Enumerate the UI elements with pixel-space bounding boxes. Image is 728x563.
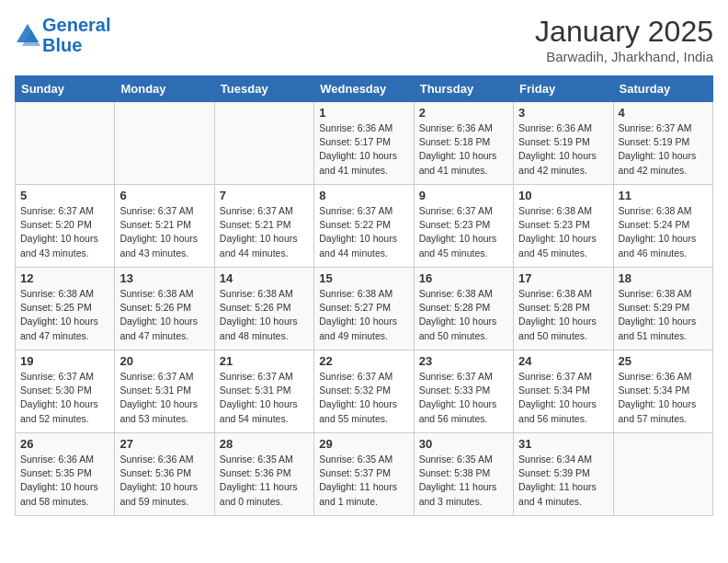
- day-header-friday: Friday: [514, 76, 613, 102]
- week-row-2: 5Sunrise: 6:37 AM Sunset: 5:20 PM Daylig…: [16, 185, 713, 268]
- days-header-row: SundayMondayTuesdayWednesdayThursdayFrid…: [16, 76, 713, 102]
- day-content: Sunrise: 6:37 AM Sunset: 5:21 PM Dayligh…: [220, 204, 309, 260]
- day-content: Sunrise: 6:37 AM Sunset: 5:31 PM Dayligh…: [220, 370, 309, 426]
- calendar-cell: 24Sunrise: 6:37 AM Sunset: 5:34 PM Dayli…: [514, 350, 613, 433]
- day-content: Sunrise: 6:37 AM Sunset: 5:32 PM Dayligh…: [319, 370, 408, 426]
- calendar-cell: 18Sunrise: 6:38 AM Sunset: 5:29 PM Dayli…: [613, 268, 712, 350]
- day-number: 14: [220, 271, 309, 285]
- day-content: Sunrise: 6:37 AM Sunset: 5:33 PM Dayligh…: [419, 370, 508, 426]
- day-number: 9: [419, 189, 508, 202]
- day-number: 13: [119, 271, 209, 285]
- day-number: 23: [419, 354, 508, 368]
- day-content: Sunrise: 6:36 AM Sunset: 5:19 PM Dayligh…: [518, 121, 608, 178]
- calendar-cell: 27Sunrise: 6:36 AM Sunset: 5:36 PM Dayli…: [115, 433, 214, 516]
- calendar-cell: 28Sunrise: 6:35 AM Sunset: 5:36 PM Dayli…: [214, 433, 313, 516]
- day-number: 17: [518, 271, 608, 285]
- day-content: Sunrise: 6:36 AM Sunset: 5:34 PM Dayligh…: [619, 370, 708, 426]
- day-content: Sunrise: 6:38 AM Sunset: 5:28 PM Dayligh…: [419, 287, 508, 343]
- location-subtitle: Barwadih, Jharkhand, India: [535, 49, 713, 64]
- calendar-cell: 6Sunrise: 6:37 AM Sunset: 5:21 PM Daylig…: [115, 185, 214, 268]
- day-number: 2: [419, 106, 508, 120]
- day-number: 20: [119, 354, 209, 368]
- day-content: Sunrise: 6:38 AM Sunset: 5:27 PM Dayligh…: [319, 287, 408, 343]
- calendar-cell: 2Sunrise: 6:36 AM Sunset: 5:18 PM Daylig…: [414, 102, 513, 185]
- calendar-cell: [115, 102, 214, 185]
- calendar-cell: 14Sunrise: 6:38 AM Sunset: 5:26 PM Dayli…: [214, 268, 313, 350]
- day-number: 24: [518, 354, 608, 368]
- calendar-cell: 1Sunrise: 6:36 AM Sunset: 5:17 PM Daylig…: [314, 102, 414, 185]
- day-content: Sunrise: 6:37 AM Sunset: 5:20 PM Dayligh…: [20, 204, 109, 260]
- day-content: Sunrise: 6:36 AM Sunset: 5:36 PM Dayligh…: [119, 453, 209, 509]
- logo-line2: Blue: [42, 35, 82, 55]
- day-header-tuesday: Tuesday: [214, 76, 313, 102]
- calendar-cell: 22Sunrise: 6:37 AM Sunset: 5:32 PM Dayli…: [314, 350, 414, 433]
- calendar-cell: 26Sunrise: 6:36 AM Sunset: 5:35 PM Dayli…: [16, 433, 115, 516]
- day-number: 11: [619, 189, 708, 202]
- day-content: Sunrise: 6:38 AM Sunset: 5:24 PM Dayligh…: [619, 204, 708, 260]
- week-row-3: 12Sunrise: 6:38 AM Sunset: 5:25 PM Dayli…: [16, 268, 713, 350]
- day-number: 18: [619, 271, 708, 285]
- day-number: 28: [220, 437, 309, 451]
- calendar-cell: 23Sunrise: 6:37 AM Sunset: 5:33 PM Dayli…: [414, 350, 513, 433]
- month-title: January 2025: [535, 15, 713, 49]
- week-row-5: 26Sunrise: 6:36 AM Sunset: 5:35 PM Dayli…: [16, 433, 713, 516]
- calendar-body: 1Sunrise: 6:36 AM Sunset: 5:17 PM Daylig…: [16, 102, 713, 516]
- day-number: 19: [20, 354, 109, 368]
- calendar-cell: 10Sunrise: 6:38 AM Sunset: 5:23 PM Dayli…: [514, 185, 613, 268]
- week-row-4: 19Sunrise: 6:37 AM Sunset: 5:30 PM Dayli…: [16, 350, 713, 433]
- calendar-cell: [613, 433, 712, 516]
- calendar-cell: 16Sunrise: 6:38 AM Sunset: 5:28 PM Dayli…: [414, 268, 513, 350]
- day-number: 25: [619, 354, 708, 368]
- day-number: 29: [319, 437, 408, 451]
- calendar-cell: [214, 102, 313, 185]
- calendar-cell: 17Sunrise: 6:38 AM Sunset: 5:28 PM Dayli…: [514, 268, 613, 350]
- day-content: Sunrise: 6:36 AM Sunset: 5:18 PM Dayligh…: [419, 121, 508, 178]
- day-content: Sunrise: 6:37 AM Sunset: 5:31 PM Dayligh…: [119, 370, 209, 426]
- day-number: 16: [419, 271, 508, 285]
- day-content: Sunrise: 6:38 AM Sunset: 5:28 PM Dayligh…: [518, 287, 608, 343]
- day-number: 1: [319, 106, 408, 120]
- calendar-cell: 12Sunrise: 6:38 AM Sunset: 5:25 PM Dayli…: [16, 268, 115, 350]
- day-content: Sunrise: 6:38 AM Sunset: 5:23 PM Dayligh…: [518, 204, 608, 260]
- title-block: January 2025 Barwadih, Jharkhand, India: [535, 15, 713, 64]
- calendar-cell: 3Sunrise: 6:36 AM Sunset: 5:19 PM Daylig…: [514, 102, 613, 185]
- day-number: 31: [518, 437, 608, 451]
- calendar-cell: 20Sunrise: 6:37 AM Sunset: 5:31 PM Dayli…: [115, 350, 214, 433]
- calendar-cell: 29Sunrise: 6:35 AM Sunset: 5:37 PM Dayli…: [314, 433, 414, 516]
- day-header-monday: Monday: [115, 76, 214, 102]
- day-number: 7: [220, 189, 309, 202]
- day-content: Sunrise: 6:37 AM Sunset: 5:23 PM Dayligh…: [419, 204, 508, 260]
- day-header-sunday: Sunday: [16, 76, 115, 102]
- logo: General Blue: [15, 15, 110, 55]
- day-number: 21: [220, 354, 309, 368]
- calendar-cell: 8Sunrise: 6:37 AM Sunset: 5:22 PM Daylig…: [314, 185, 414, 268]
- day-number: 4: [619, 106, 708, 120]
- day-content: Sunrise: 6:37 AM Sunset: 5:34 PM Dayligh…: [518, 370, 608, 426]
- logo-line1: General: [42, 15, 110, 35]
- day-content: Sunrise: 6:36 AM Sunset: 5:35 PM Dayligh…: [20, 453, 109, 509]
- day-header-wednesday: Wednesday: [314, 76, 414, 102]
- calendar-cell: 19Sunrise: 6:37 AM Sunset: 5:30 PM Dayli…: [16, 350, 115, 433]
- logo-icon: [15, 22, 40, 48]
- calendar-cell: 25Sunrise: 6:36 AM Sunset: 5:34 PM Dayli…: [613, 350, 712, 433]
- calendar-header: SundayMondayTuesdayWednesdayThursdayFrid…: [16, 76, 713, 102]
- day-content: Sunrise: 6:37 AM Sunset: 5:21 PM Dayligh…: [119, 204, 209, 260]
- day-number: 3: [518, 106, 608, 120]
- week-row-1: 1Sunrise: 6:36 AM Sunset: 5:17 PM Daylig…: [16, 102, 713, 185]
- calendar-cell: 4Sunrise: 6:37 AM Sunset: 5:19 PM Daylig…: [613, 102, 712, 185]
- day-content: Sunrise: 6:35 AM Sunset: 5:37 PM Dayligh…: [319, 453, 408, 509]
- day-content: Sunrise: 6:34 AM Sunset: 5:39 PM Dayligh…: [518, 453, 608, 509]
- day-number: 8: [319, 189, 408, 202]
- day-header-saturday: Saturday: [613, 76, 712, 102]
- day-content: Sunrise: 6:37 AM Sunset: 5:22 PM Dayligh…: [319, 204, 408, 260]
- logo-text: General Blue: [42, 15, 110, 55]
- page-header: General Blue January 2025 Barwadih, Jhar…: [15, 15, 713, 64]
- day-number: 30: [419, 437, 508, 451]
- day-header-thursday: Thursday: [414, 76, 513, 102]
- day-number: 26: [20, 437, 109, 451]
- day-number: 5: [20, 189, 109, 202]
- day-content: Sunrise: 6:36 AM Sunset: 5:17 PM Dayligh…: [319, 121, 408, 178]
- calendar-cell: 5Sunrise: 6:37 AM Sunset: 5:20 PM Daylig…: [16, 185, 115, 268]
- calendar-cell: 21Sunrise: 6:37 AM Sunset: 5:31 PM Dayli…: [214, 350, 313, 433]
- calendar-cell: 30Sunrise: 6:35 AM Sunset: 5:38 PM Dayli…: [414, 433, 513, 516]
